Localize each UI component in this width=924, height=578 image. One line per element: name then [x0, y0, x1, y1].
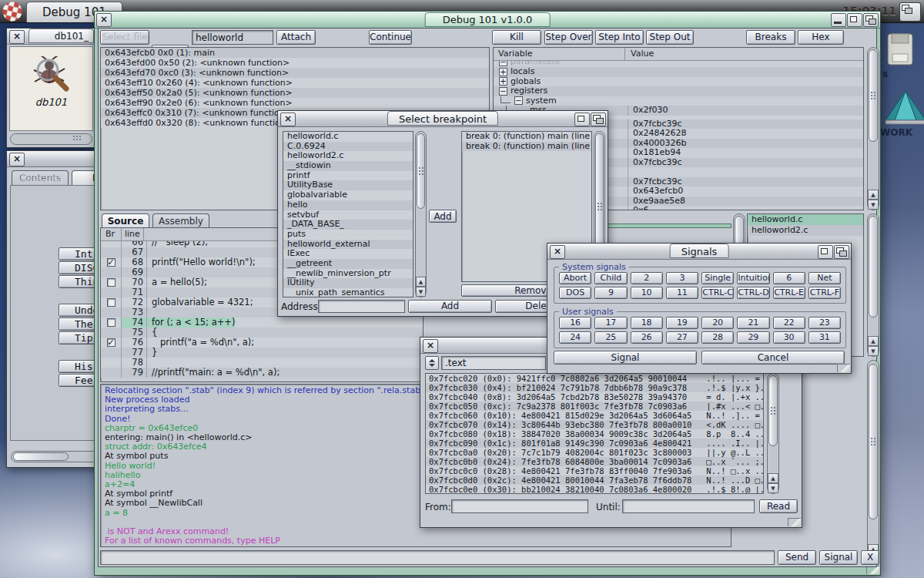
zoom-icon[interactable]: [847, 13, 862, 27]
breakpoint-item[interactable]: break 0: (function) main (line 68): [462, 132, 591, 142]
source-row[interactable]: 77 }: [101, 348, 423, 358]
scroll-up-icon[interactable]: ▲: [868, 190, 879, 200]
signal-button[interactable]: 16: [559, 317, 591, 329]
kill-button[interactable]: Kill: [492, 30, 541, 45]
symbol-item[interactable]: globalvariable: [283, 190, 413, 200]
depth-icon[interactable]: [834, 245, 849, 259]
signal-button[interactable]: 19: [666, 317, 698, 329]
symbol-item[interactable]: __stdiowin: [283, 161, 413, 171]
signal-button[interactable]: 18: [631, 317, 663, 329]
signal-button[interactable]: Intuition: [737, 272, 769, 284]
depth-icon[interactable]: [863, 13, 879, 27]
clear-button[interactable]: X: [861, 550, 879, 565]
source-row[interactable]: 74 for (; a < 15; a++): [101, 318, 423, 328]
screen-depth-gadget[interactable]: [899, 2, 921, 22]
symbol-item[interactable]: __unix_path_semantics: [283, 288, 413, 297]
signal-button[interactable]: Signal: [819, 550, 858, 565]
hex-vscrollbar[interactable]: ▲ ▼: [767, 373, 779, 494]
command-input[interactable]: [100, 550, 775, 565]
close-icon[interactable]: ×: [550, 245, 565, 259]
scrollbar-thumb[interactable]: [869, 216, 878, 318]
stack-row[interactable]: 0x643eff90 0x2e0 (6): <unknown function>: [101, 98, 489, 108]
signals-resize-handle[interactable]: [837, 364, 850, 372]
source-row[interactable]: 79 //printf("main: a = %d\n", a);: [101, 368, 423, 378]
signal-button[interactable]: 22: [773, 317, 805, 329]
send-signal-button[interactable]: Signal: [554, 351, 697, 365]
symbol-item[interactable]: hello: [283, 200, 413, 210]
breakpoint-checkbox[interactable]: [107, 258, 116, 267]
scroll-down-icon[interactable]: ▼: [768, 483, 778, 493]
close-icon[interactable]: ×: [96, 13, 112, 27]
signal-button[interactable]: 11: [666, 287, 698, 299]
bug-magnifier-icon[interactable]: [32, 56, 71, 93]
signal-button[interactable]: 21: [737, 317, 769, 329]
breaks-button[interactable]: Breaks: [746, 30, 795, 45]
middle-vscrollbar[interactable]: ▲ ▼: [867, 213, 879, 357]
expand-icon[interactable]: +: [499, 68, 507, 76]
symbol-item[interactable]: __getreent: [283, 259, 413, 269]
scrollbar-thumb[interactable]: [768, 375, 778, 446]
symbol-item[interactable]: UtilityBase: [283, 180, 413, 190]
zoom-icon[interactable]: [574, 113, 590, 126]
close-icon[interactable]: ×: [423, 339, 438, 353]
step-into-button[interactable]: Step Into: [595, 30, 644, 45]
tree-row-parameters[interactable]: −parameters: [494, 61, 863, 67]
signal-button[interactable]: CTRL-C: [701, 287, 734, 299]
address-input[interactable]: [318, 300, 405, 313]
stack-row[interactable]: 0x643eff10 0x260 (4): <unknown function>: [101, 78, 489, 88]
file-list-item[interactable]: helloworld.c: [748, 214, 863, 225]
db101-hscrollbar[interactable]: [10, 133, 92, 145]
hex-resize-handle[interactable]: [788, 518, 801, 526]
signal-button[interactable]: 10: [631, 287, 663, 299]
signal-button[interactable]: 26: [631, 331, 663, 344]
signal-button[interactable]: 27: [666, 331, 698, 344]
collapse-icon[interactable]: −: [499, 87, 507, 96]
add-address-button[interactable]: Add: [408, 300, 492, 313]
signal-button[interactable]: Single: [701, 272, 734, 284]
symbol-item[interactable]: helloworld_external: [283, 240, 413, 250]
breakpoint-titlebar[interactable]: × Select breakpoint: [278, 111, 608, 127]
minimize-icon[interactable]: [831, 13, 846, 27]
tab-source[interactable]: Source: [102, 213, 149, 228]
signal-button[interactable]: 31: [808, 331, 841, 344]
stack-row[interactable]: 0x643efd00 0x50 (2): <unknown function>: [101, 58, 489, 68]
close-icon[interactable]: ×: [9, 153, 25, 166]
stack-row[interactable]: 0x643eff50 0x2a0 (5): <unknown function>: [101, 88, 489, 98]
scrollbar-thumb[interactable]: [417, 133, 425, 209]
scroll-up-icon[interactable]: ▲: [868, 336, 879, 346]
send-button[interactable]: Send: [778, 550, 816, 565]
breakpoint-checkbox[interactable]: [107, 338, 116, 347]
signal-button[interactable]: 28: [701, 331, 734, 344]
symbol-item[interactable]: IUtility: [283, 278, 413, 288]
zoom-icon[interactable]: [818, 245, 833, 259]
symbol-item[interactable]: _DATA_BASE_: [283, 220, 413, 230]
expand-icon[interactable]: +: [499, 77, 507, 86]
close-icon[interactable]: ×: [280, 113, 296, 126]
signal-button[interactable]: 23: [808, 317, 841, 329]
scroll-down-icon[interactable]: ▼: [868, 346, 879, 356]
signal-button[interactable]: 6: [773, 272, 805, 284]
until-input[interactable]: [622, 499, 755, 513]
symbol-item[interactable]: __newlib_minversion_ptr: [283, 269, 413, 279]
signal-button[interactable]: CTRL-F: [808, 287, 841, 299]
scrollbar-thumb[interactable]: [13, 452, 69, 461]
scroll-up-icon[interactable]: ▲: [768, 473, 778, 483]
continue-button[interactable]: Continue: [369, 30, 412, 45]
breakpoint-checkbox[interactable]: [107, 298, 116, 307]
symbol-item[interactable]: setvbuf: [283, 210, 413, 220]
column-divider[interactable]: [624, 48, 625, 60]
tree-row-registers[interactable]: −registers: [494, 86, 863, 96]
symbol-item[interactable]: C.0.6924: [283, 142, 413, 152]
attach-button[interactable]: Attach: [276, 30, 316, 45]
step-over-button[interactable]: Step Over: [544, 30, 593, 45]
symbol-item[interactable]: printf: [283, 171, 413, 181]
program-input[interactable]: [192, 30, 273, 45]
breakpoint-checkbox[interactable]: [107, 318, 116, 327]
signal-button[interactable]: CTRL-E: [773, 287, 805, 299]
close-icon[interactable]: ×: [9, 30, 25, 44]
scrollbar-thumb[interactable]: [869, 364, 878, 519]
symbols-vscrollbar[interactable]: ▲ ▼: [415, 131, 427, 297]
signal-button[interactable]: 29: [737, 331, 769, 344]
variables-vscrollbar[interactable]: ▲ ▼: [867, 47, 879, 210]
signal-button[interactable]: Child: [594, 272, 627, 284]
